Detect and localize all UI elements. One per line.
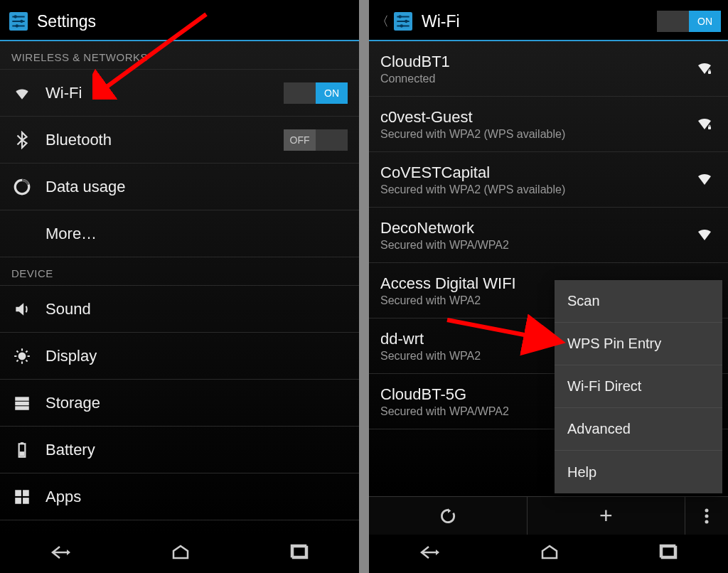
wifi-signal-icon <box>695 60 714 78</box>
battery-icon <box>11 439 33 461</box>
wifi-status: Secured with WPA/WPA2 <box>380 405 509 418</box>
svg-rect-6 <box>15 397 29 400</box>
svg-rect-12 <box>15 490 21 496</box>
wifi-status: Secured with WPA/WPA2 <box>380 239 509 252</box>
wifi-network-row[interactable]: CoVESTCapitalSecured with WPA2 (WPS avai… <box>369 152 728 208</box>
refresh-button[interactable] <box>369 497 528 535</box>
wifi-status: Secured with WPA2 (WPS available) <box>380 183 565 196</box>
section-device: Device <box>0 257 359 286</box>
svg-point-3 <box>16 24 18 27</box>
settings-header: Settings <box>0 3 359 41</box>
row-apps-label: Apps <box>46 488 348 506</box>
row-wifi-label: Wi-Fi <box>46 84 284 102</box>
row-more[interactable]: More… <box>0 210 359 257</box>
nav-home-button[interactable] <box>170 544 191 564</box>
row-more-label: More… <box>46 225 348 243</box>
svg-point-22 <box>400 24 403 27</box>
svg-rect-24 <box>708 127 711 129</box>
back-caret-icon[interactable]: 〈 <box>376 13 389 30</box>
nav-bar <box>369 535 728 573</box>
svg-rect-11 <box>20 451 25 456</box>
overflow-menu-button[interactable] <box>685 497 728 535</box>
wifi-network-row[interactable]: CloudBT1Connected <box>369 41 728 97</box>
row-battery-label: Battery <box>46 441 348 459</box>
svg-rect-14 <box>15 498 21 504</box>
data-usage-icon <box>11 176 33 198</box>
wifi-ssid: CoVESTCapital <box>380 164 490 182</box>
wifi-ssid: DecoNetwork <box>380 219 474 237</box>
wifi-status: Secured with WPA2 <box>380 350 481 363</box>
svg-point-27 <box>705 520 709 523</box>
row-bluetooth[interactable]: Bluetooth OFF <box>0 117 359 164</box>
settings-sliders-icon <box>7 10 30 33</box>
wifi-ssid: CloudBT1 <box>380 53 450 71</box>
wifi-master-toggle-label: ON <box>689 11 721 32</box>
menu-help[interactable]: Help <box>555 451 722 493</box>
svg-point-25 <box>705 508 709 512</box>
wifi-ssid: Access Digital WIFI <box>380 274 516 293</box>
wifi-toggle-label: ON <box>316 82 348 104</box>
wifi-toggle[interactable]: ON <box>284 82 348 104</box>
settings-sliders-icon[interactable] <box>392 10 414 33</box>
row-wifi[interactable]: Wi-Fi ON <box>0 70 359 117</box>
svg-rect-10 <box>21 442 23 444</box>
menu-wps-pin[interactable]: WPS Pin Entry <box>555 323 722 365</box>
row-display[interactable]: Display <box>0 333 359 380</box>
nav-bar <box>0 535 359 573</box>
wifi-signal-icon <box>695 115 714 134</box>
apps-icon <box>11 486 33 508</box>
settings-title: Settings <box>37 12 352 31</box>
nav-recent-button[interactable] <box>659 544 679 564</box>
wifi-signal-icon <box>695 171 714 189</box>
row-bluetooth-label: Bluetooth <box>46 131 284 149</box>
wifi-icon <box>11 82 33 104</box>
menu-scan[interactable]: Scan <box>555 280 722 323</box>
bluetooth-toggle[interactable]: OFF <box>284 129 348 151</box>
row-data-usage[interactable]: Data usage <box>0 164 359 210</box>
nav-back-button[interactable] <box>419 544 440 564</box>
wifi-master-toggle[interactable]: ON <box>657 11 721 32</box>
row-data-usage-label: Data usage <box>46 178 348 196</box>
svg-rect-8 <box>15 406 29 409</box>
nav-back-button[interactable] <box>50 544 71 564</box>
wifi-network-row[interactable]: c0vest-GuestSecured with WPA2 (WPS avail… <box>369 97 728 152</box>
wifi-ssid: dd-wrt <box>380 330 424 348</box>
svg-point-5 <box>18 352 26 360</box>
storage-icon <box>11 392 33 414</box>
svg-point-26 <box>705 514 709 518</box>
svg-point-2 <box>20 20 23 23</box>
row-sound[interactable]: Sound <box>0 286 359 333</box>
display-icon <box>11 346 33 367</box>
svg-rect-7 <box>15 401 29 405</box>
bluetooth-icon <box>11 129 33 151</box>
add-network-button[interactable]: + <box>528 497 686 535</box>
sound-icon <box>11 299 33 320</box>
wifi-network-row[interactable]: DecoNetworkSecured with WPA/WPA2 <box>369 208 728 263</box>
nav-home-button[interactable] <box>539 544 560 564</box>
wifi-status: Secured with WPA2 (WPS available) <box>380 128 565 141</box>
wifi-action-bar: + <box>369 496 728 535</box>
wifi-status: Connected <box>380 73 435 85</box>
wifi-header: 〈 Wi-Fi ON <box>369 3 728 41</box>
svg-rect-13 <box>23 490 29 496</box>
svg-rect-23 <box>708 71 711 74</box>
wifi-status: Secured with WPA2 <box>380 294 481 307</box>
svg-point-1 <box>14 15 17 18</box>
menu-advanced[interactable]: Advanced <box>555 408 722 451</box>
svg-point-21 <box>405 20 407 23</box>
row-apps[interactable]: Apps <box>0 473 359 520</box>
bluetooth-toggle-label: OFF <box>284 129 316 151</box>
row-display-label: Display <box>46 347 348 365</box>
wifi-screen: 〈 Wi-Fi ON CloudBT1Connectedc0vest-Guest… <box>369 0 728 573</box>
section-wireless: Wireless & Networks <box>0 41 359 70</box>
wifi-ssid: c0vest-Guest <box>380 108 473 127</box>
wifi-ssid: CloudBT-5G <box>380 385 466 404</box>
svg-point-20 <box>399 15 402 18</box>
menu-wifi-direct[interactable]: Wi-Fi Direct <box>555 365 722 408</box>
settings-list: Wireless & Networks Wi-Fi ON Bluetooth O… <box>0 41 359 535</box>
overflow-popup-menu: Scan WPS Pin Entry Wi-Fi Direct Advanced… <box>555 280 722 493</box>
nav-recent-button[interactable] <box>290 544 310 564</box>
wifi-signal-icon <box>695 226 714 245</box>
row-battery[interactable]: Battery <box>0 427 359 473</box>
row-storage[interactable]: Storage <box>0 380 359 427</box>
